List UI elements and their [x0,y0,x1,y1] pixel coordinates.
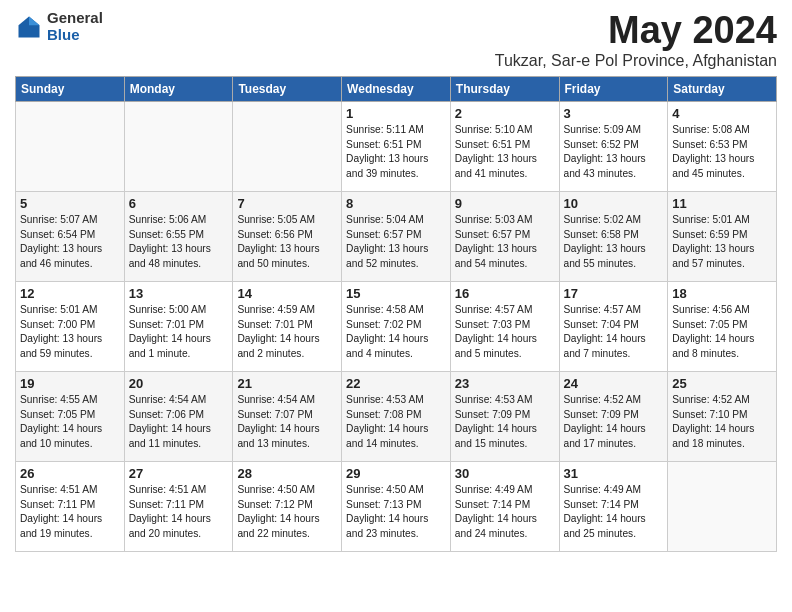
calendar-cell: 1Sunrise: 5:11 AMSunset: 6:51 PMDaylight… [342,101,451,191]
header-day-saturday: Saturday [668,76,777,101]
header-day-thursday: Thursday [450,76,559,101]
calendar-cell: 25Sunrise: 4:52 AMSunset: 7:10 PMDayligh… [668,371,777,461]
day-number: 17 [564,286,664,301]
cell-line: Daylight: 14 hours [672,422,772,437]
title-area: May 2024 Tukzar, Sar-e Pol Province, Afg… [495,10,777,70]
day-number: 16 [455,286,555,301]
calendar-table: SundayMondayTuesdayWednesdayThursdayFrid… [15,76,777,552]
calendar-cell: 17Sunrise: 4:57 AMSunset: 7:04 PMDayligh… [559,281,668,371]
cell-line: Sunset: 7:10 PM [672,408,772,423]
cell-line: Sunset: 6:55 PM [129,228,229,243]
day-number: 6 [129,196,229,211]
cell-line: Sunrise: 5:08 AM [672,123,772,138]
calendar-cell: 24Sunrise: 4:52 AMSunset: 7:09 PMDayligh… [559,371,668,461]
cell-line: Sunrise: 4:53 AM [346,393,446,408]
cell-line: Sunrise: 5:01 AM [20,303,120,318]
cell-content: Sunrise: 4:52 AMSunset: 7:10 PMDaylight:… [672,393,772,452]
cell-line: Daylight: 14 hours [346,512,446,527]
cell-line: Daylight: 13 hours [672,152,772,167]
cell-line: and 25 minutes. [564,527,664,542]
calendar-cell [124,101,233,191]
cell-line: Daylight: 14 hours [455,422,555,437]
cell-line: and 52 minutes. [346,257,446,272]
cell-line: Daylight: 13 hours [455,152,555,167]
cell-line: Daylight: 13 hours [346,152,446,167]
cell-line: Sunrise: 5:02 AM [564,213,664,228]
day-number: 3 [564,106,664,121]
cell-line: Sunrise: 5:00 AM [129,303,229,318]
day-number: 8 [346,196,446,211]
cell-content: Sunrise: 4:56 AMSunset: 7:05 PMDaylight:… [672,303,772,362]
cell-line: Sunrise: 4:50 AM [237,483,337,498]
header-day-sunday: Sunday [16,76,125,101]
day-number: 14 [237,286,337,301]
calendar-cell: 18Sunrise: 4:56 AMSunset: 7:05 PMDayligh… [668,281,777,371]
calendar-cell: 12Sunrise: 5:01 AMSunset: 7:00 PMDayligh… [16,281,125,371]
cell-line: and 39 minutes. [346,167,446,182]
cell-content: Sunrise: 4:58 AMSunset: 7:02 PMDaylight:… [346,303,446,362]
cell-line: Sunset: 6:59 PM [672,228,772,243]
week-row-3: 12Sunrise: 5:01 AMSunset: 7:00 PMDayligh… [16,281,777,371]
calendar-cell: 8Sunrise: 5:04 AMSunset: 6:57 PMDaylight… [342,191,451,281]
day-number: 23 [455,376,555,391]
cell-line: Daylight: 14 hours [20,422,120,437]
cell-line: Sunset: 7:11 PM [20,498,120,513]
cell-line: Sunrise: 4:51 AM [129,483,229,498]
cell-line: Sunrise: 4:51 AM [20,483,120,498]
calendar-cell: 31Sunrise: 4:49 AMSunset: 7:14 PMDayligh… [559,461,668,551]
day-number: 13 [129,286,229,301]
cell-content: Sunrise: 5:07 AMSunset: 6:54 PMDaylight:… [20,213,120,272]
day-number: 15 [346,286,446,301]
cell-line: Daylight: 13 hours [672,242,772,257]
week-row-1: 1Sunrise: 5:11 AMSunset: 6:51 PMDaylight… [16,101,777,191]
cell-line: Daylight: 13 hours [20,332,120,347]
cell-line: and 22 minutes. [237,527,337,542]
cell-line: and 46 minutes. [20,257,120,272]
calendar-cell: 9Sunrise: 5:03 AMSunset: 6:57 PMDaylight… [450,191,559,281]
cell-line: Sunrise: 4:54 AM [129,393,229,408]
day-number: 22 [346,376,446,391]
cell-line: Daylight: 14 hours [237,332,337,347]
cell-content: Sunrise: 5:01 AMSunset: 6:59 PMDaylight:… [672,213,772,272]
cell-line: Sunrise: 4:52 AM [564,393,664,408]
cell-line: Daylight: 14 hours [564,422,664,437]
cell-line: Sunset: 7:07 PM [237,408,337,423]
cell-line: Daylight: 14 hours [564,512,664,527]
cell-line: Sunrise: 5:06 AM [129,213,229,228]
cell-content: Sunrise: 4:51 AMSunset: 7:11 PMDaylight:… [129,483,229,542]
cell-line: Sunrise: 4:50 AM [346,483,446,498]
calendar-cell: 3Sunrise: 5:09 AMSunset: 6:52 PMDaylight… [559,101,668,191]
cell-line: Daylight: 14 hours [346,422,446,437]
cell-line: Daylight: 14 hours [129,332,229,347]
cell-line: and 1 minute. [129,347,229,362]
cell-line: Sunrise: 4:54 AM [237,393,337,408]
cell-content: Sunrise: 4:54 AMSunset: 7:06 PMDaylight:… [129,393,229,452]
cell-line: and 50 minutes. [237,257,337,272]
cell-line: Daylight: 14 hours [129,422,229,437]
cell-line: and 59 minutes. [20,347,120,362]
calendar-cell: 16Sunrise: 4:57 AMSunset: 7:03 PMDayligh… [450,281,559,371]
cell-line: Sunset: 7:09 PM [564,408,664,423]
calendar-cell: 11Sunrise: 5:01 AMSunset: 6:59 PMDayligh… [668,191,777,281]
cell-line: Sunset: 6:51 PM [346,138,446,153]
day-number: 12 [20,286,120,301]
cell-line: Sunrise: 4:53 AM [455,393,555,408]
calendar-cell: 10Sunrise: 5:02 AMSunset: 6:58 PMDayligh… [559,191,668,281]
cell-line: Sunrise: 4:55 AM [20,393,120,408]
logo-icon [15,13,43,41]
cell-content: Sunrise: 4:49 AMSunset: 7:14 PMDaylight:… [564,483,664,542]
day-number: 10 [564,196,664,211]
cell-line: Daylight: 14 hours [564,332,664,347]
cell-line: Daylight: 13 hours [346,242,446,257]
cell-content: Sunrise: 5:02 AMSunset: 6:58 PMDaylight:… [564,213,664,272]
month-title: May 2024 [495,10,777,52]
cell-content: Sunrise: 5:10 AMSunset: 6:51 PMDaylight:… [455,123,555,182]
cell-line: Sunrise: 4:49 AM [455,483,555,498]
cell-line: and 41 minutes. [455,167,555,182]
cell-line: and 57 minutes. [672,257,772,272]
cell-line: Daylight: 14 hours [455,332,555,347]
cell-line: and 48 minutes. [129,257,229,272]
cell-content: Sunrise: 4:53 AMSunset: 7:09 PMDaylight:… [455,393,555,452]
cell-line: Sunrise: 4:59 AM [237,303,337,318]
logo: General Blue [15,10,103,43]
